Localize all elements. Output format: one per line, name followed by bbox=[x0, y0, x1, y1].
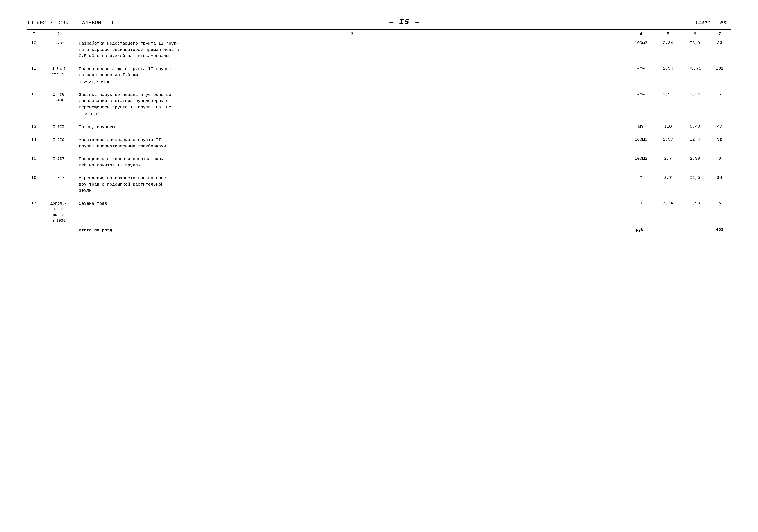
row-num: I2 bbox=[27, 90, 41, 119]
row-val3: IO2 bbox=[708, 65, 731, 87]
row-unit: 100м3 bbox=[627, 136, 654, 151]
main-table: I 2 3 4 5 6 7 IOI-237Разработка недостаю… bbox=[27, 29, 731, 235]
row-val1: 2,34 bbox=[654, 65, 681, 87]
row-unit: –"– bbox=[627, 90, 654, 119]
spacer-row bbox=[27, 119, 731, 123]
row-desc-text: Семена трав bbox=[79, 201, 107, 206]
row-val1: 2,7 bbox=[654, 155, 681, 170]
row-val1: 2,57 bbox=[654, 90, 681, 119]
row-desc: Уплотнение засыпаемого грунта II группы … bbox=[77, 136, 627, 151]
table-row: I2I-435 I-436Засыпка пазух котлована и у… bbox=[27, 90, 731, 119]
row-val1: 2,34 bbox=[654, 39, 681, 60]
row-unit: –"– bbox=[627, 174, 654, 195]
row-desc: Засыпка пазух котлована и устройство обв… bbox=[77, 90, 627, 119]
spacer-row bbox=[27, 195, 731, 199]
page-header: ТП 902-2- 290 АЛЬБОМ III – I5 – 14421 · … bbox=[27, 18, 731, 27]
row-code: Допол.к БРЕР вып.2 п.I036 bbox=[41, 199, 77, 225]
table-body: IOI-237Разработка недостающего грунта II… bbox=[27, 39, 731, 235]
row-code bbox=[41, 225, 77, 235]
row-val3: 34 bbox=[708, 174, 731, 195]
column-header-row: I 2 3 4 5 6 7 bbox=[27, 29, 731, 39]
row-num: IO bbox=[27, 39, 41, 60]
row-val1 bbox=[654, 225, 681, 235]
row-code: I-9IO bbox=[41, 136, 77, 151]
row-sub-text: 0,25xI,75xI00 bbox=[79, 79, 625, 85]
spacer-row bbox=[27, 87, 731, 90]
row-code: I-757 bbox=[41, 155, 77, 170]
row-desc-text: Итого по разд.I bbox=[79, 228, 117, 233]
col-header-4: 4 bbox=[627, 29, 654, 39]
row-val2: 2,38 bbox=[681, 155, 708, 170]
row-desc-text: Разработка недостающего грунта II груп- … bbox=[79, 41, 179, 58]
row-val1: 3,24 bbox=[654, 199, 681, 225]
row-num: I6 bbox=[27, 174, 41, 195]
col-header-5: 5 bbox=[654, 29, 681, 39]
doc-number: ТП 902-2- 290 bbox=[27, 20, 69, 26]
row-unit: руб. bbox=[627, 225, 654, 235]
row-val3: 6 bbox=[708, 199, 731, 225]
row-desc-text: Уплотнение засыпаемого грунта II группы … bbox=[79, 137, 166, 149]
col-header-2: 2 bbox=[41, 29, 77, 39]
table-row: IIЦ.3ч,I стр.28Подвоз недостающего грунт… bbox=[27, 65, 731, 87]
album-label: АЛЬБОМ III bbox=[82, 20, 114, 26]
row-desc-text: Засыпка пазух котлована и устройство обв… bbox=[79, 92, 171, 110]
row-val3: 47 bbox=[708, 123, 731, 132]
table-row: Итого по разд.Iруб.49I bbox=[27, 225, 731, 235]
stamp-number: 14421 · 03 bbox=[695, 20, 727, 25]
header-left: ТП 902-2- 290 АЛЬБОМ III bbox=[27, 20, 114, 26]
row-val3: 49I bbox=[708, 225, 731, 235]
row-desc-text: Подвоз недостающего грунта II группы на … bbox=[79, 66, 171, 78]
row-code: Ц.3ч,I стр.28 bbox=[41, 65, 77, 87]
row-val3: 32 bbox=[708, 136, 731, 151]
row-desc: Планировка откосов и полотна насы- пей и… bbox=[77, 155, 627, 170]
row-desc: Подвоз недостающего грунта II группы на … bbox=[77, 65, 627, 87]
row-sub-text: I,65+0,69 bbox=[79, 111, 625, 117]
row-unit: –"– bbox=[627, 65, 654, 87]
row-desc: Итого по разд.I bbox=[77, 225, 627, 235]
table-row: I3I-6IIТо же, вручнуюм3IIO0,4347 bbox=[27, 123, 731, 132]
row-unit: м3 bbox=[627, 123, 654, 132]
spacer-row bbox=[27, 170, 731, 174]
row-val3: 6 bbox=[708, 155, 731, 170]
spacer-row bbox=[27, 151, 731, 155]
row-desc: Семена трав bbox=[77, 199, 627, 225]
table-row: I6I-8I7Укрепление поверхности насыпи пос… bbox=[27, 174, 731, 195]
row-val2: 0,43 bbox=[681, 123, 708, 132]
row-num: II bbox=[27, 65, 41, 87]
row-val3: 6 bbox=[708, 90, 731, 119]
row-unit: 100м3 bbox=[627, 39, 654, 60]
table-row: I7Допол.к БРЕР вып.2 п.I036Семена травкг… bbox=[27, 199, 731, 225]
spacer-row bbox=[27, 60, 731, 65]
row-code: I-8I7 bbox=[41, 174, 77, 195]
row-val2: I2,5 bbox=[681, 174, 708, 195]
col-header-3: 3 bbox=[77, 29, 627, 39]
row-num bbox=[27, 225, 41, 235]
row-desc-text: Планировка откосов и полотна насы- пей и… bbox=[79, 157, 166, 168]
row-unit: кг bbox=[627, 199, 654, 225]
row-val2 bbox=[681, 225, 708, 235]
row-code: I-237 bbox=[41, 39, 77, 60]
row-desc-text: Укрепление поверхности насыпи посе- вом … bbox=[79, 176, 169, 193]
row-val2: 43,75 bbox=[681, 65, 708, 87]
row-val3: 33 bbox=[708, 39, 731, 60]
row-desc-text: То же, вручную bbox=[79, 124, 115, 129]
row-num: I3 bbox=[27, 123, 41, 132]
table-row: I5I-757Планировка откосов и полотна насы… bbox=[27, 155, 731, 170]
col-header-7: 7 bbox=[708, 29, 731, 39]
row-val2: I,93 bbox=[681, 199, 708, 225]
row-code: I-435 I-436 bbox=[41, 90, 77, 119]
row-val2: 2,34 bbox=[681, 90, 708, 119]
spacer-row bbox=[27, 131, 731, 136]
row-unit: 100м2 bbox=[627, 155, 654, 170]
row-num: I7 bbox=[27, 199, 41, 225]
row-val1: IIO bbox=[654, 123, 681, 132]
row-desc: Укрепление поверхности насыпи посе- вом … bbox=[77, 174, 627, 195]
row-val1: 2,7 bbox=[654, 174, 681, 195]
row-val2: I2,4 bbox=[681, 136, 708, 151]
row-num: I4 bbox=[27, 136, 41, 151]
col-header-1: I bbox=[27, 29, 41, 39]
row-desc: То же, вручную bbox=[77, 123, 627, 132]
row-desc: Разработка недостающего грунта II груп- … bbox=[77, 39, 627, 60]
row-code: I-6II bbox=[41, 123, 77, 132]
row-num: I5 bbox=[27, 155, 41, 170]
